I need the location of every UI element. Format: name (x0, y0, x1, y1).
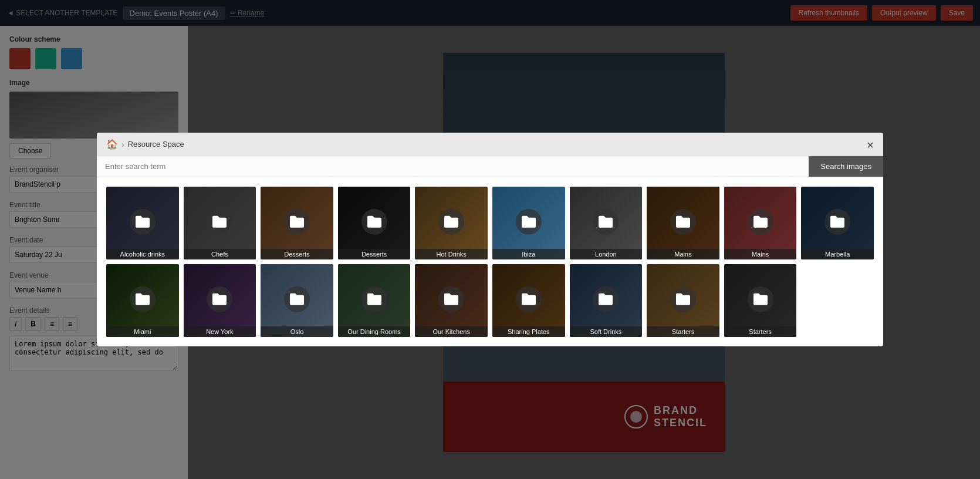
folder-item[interactable]: Sharing Plates (492, 264, 565, 337)
folder-item[interactable]: Desserts (261, 187, 333, 259)
folder-label: Miami (106, 326, 179, 337)
folder-item[interactable]: Alcoholic drinks (106, 187, 179, 259)
folder-item[interactable]: Our Dining Rooms (338, 264, 411, 337)
folder-label: Ibiza (492, 249, 565, 259)
folder-label: Soft Drinks (570, 326, 643, 337)
folder-label: Desserts (261, 249, 333, 259)
modal-overlay: × 🏠 › Resource Space Search images Alcoh… (0, 0, 980, 479)
folder-item[interactable]: Marbella (801, 187, 874, 259)
folder-item[interactable]: Ibiza (492, 187, 565, 259)
image-picker-modal: × 🏠 › Resource Space Search images Alcoh… (97, 133, 883, 346)
folder-item[interactable]: Desserts (338, 187, 411, 259)
image-grid-area: Alcoholic drinks Chefs Desserts Desserts… (97, 177, 883, 346)
breadcrumb-separator: › (121, 140, 124, 149)
folder-item[interactable]: Oslo (261, 264, 333, 337)
image-grid: Alcoholic drinks Chefs Desserts Desserts… (106, 187, 874, 336)
folder-item[interactable]: Mains (647, 187, 719, 259)
folder-item[interactable]: New York (184, 264, 256, 337)
folder-item[interactable]: Starters (724, 264, 797, 337)
folder-label: Starters (724, 326, 797, 337)
modal-close-button[interactable]: × (867, 139, 874, 152)
folder-item[interactable]: Our Kitchens (415, 264, 488, 337)
search-bar: Search images (97, 156, 883, 177)
folder-item[interactable]: Starters (647, 264, 719, 337)
search-input[interactable] (97, 156, 809, 177)
breadcrumb-bar: 🏠 › Resource Space (97, 133, 883, 156)
folder-label: Marbella (801, 249, 874, 259)
folder-label: Oslo (261, 326, 333, 337)
folder-item[interactable]: Chefs (184, 187, 256, 259)
folder-item[interactable]: Soft Drinks (570, 264, 643, 337)
folder-label: London (570, 249, 643, 259)
folder-label: Sharing Plates (492, 326, 565, 337)
folder-item[interactable]: Miami (106, 264, 179, 337)
folder-label: Alcoholic drinks (106, 249, 179, 259)
folder-label: Hot Drinks (415, 249, 488, 259)
breadcrumb-current: Resource Space (128, 140, 184, 149)
folder-label: Desserts (338, 249, 411, 259)
folder-label: Mains (724, 249, 797, 259)
folder-label: Our Kitchens (415, 326, 488, 337)
folder-item[interactable]: Mains (724, 187, 797, 259)
folder-label: Mains (647, 249, 719, 259)
home-icon[interactable]: 🏠 (106, 139, 118, 150)
folder-item[interactable]: Hot Drinks (415, 187, 488, 259)
folder-label: Starters (647, 326, 719, 337)
folder-label: New York (184, 326, 256, 337)
folder-item[interactable]: London (570, 187, 643, 259)
search-images-button[interactable]: Search images (809, 156, 883, 177)
folder-label: Our Dining Rooms (338, 326, 411, 337)
folder-label: Chefs (184, 249, 256, 259)
